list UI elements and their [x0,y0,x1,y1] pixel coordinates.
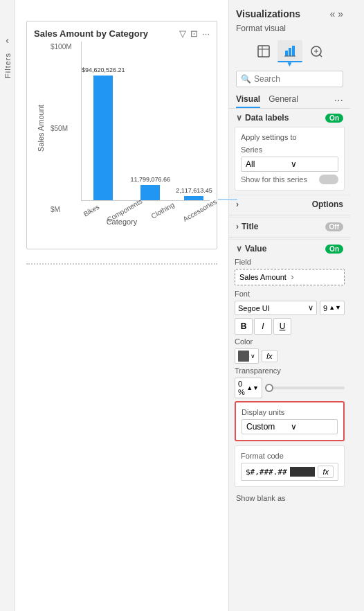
y-axis-label: Sales Amount [34,42,48,215]
x-axis-labels: Bikes Components Clothing Accessories [81,207,210,215]
table-icon-btn[interactable] [251,40,276,62]
chevron-down-icon: ▼ [286,60,293,68]
italic-button[interactable]: I [254,318,272,335]
chevron-options-icon: › [236,200,239,209]
color-swatch [238,351,249,362]
series-label: Series [241,145,338,154]
dotted-divider [26,263,217,265]
bar-rect-bikes [93,76,113,200]
display-units-value: Custom [246,422,289,432]
y-ticks: $100M $50M $M [51,42,78,215]
filter-strip: ‹ Filters [0,0,15,611]
format-btns: B I U [235,318,345,335]
bar-label-components: 11,799,076.66 [131,176,171,184]
transparency-slider[interactable] [265,387,345,389]
format-code-fx-button[interactable]: fx [318,466,334,478]
data-labels-label: Data labels [245,113,289,123]
bold-button[interactable]: B [235,318,253,335]
display-units-label: Display units [242,408,338,416]
left-panel: ‹ Filters Sales Amount by Category ▽ ⊡ ·… [0,0,228,611]
apply-settings-label: Apply settings to [241,133,338,141]
value-section-header[interactable]: ∨ Value On [229,239,350,258]
search-input[interactable] [254,74,350,84]
chart-container: Sales Amount by Category ▽ ⊡ ··· Sales A… [26,21,217,249]
divider-1 [229,215,350,215]
chevron-value-icon: ∨ [236,244,242,254]
series-value: All [246,159,289,169]
transparency-arrows: ▲▼ [246,385,259,391]
transparency-label: Transparency [235,366,345,375]
color-row: ∨ fx [235,348,345,364]
tab-more-icon[interactable]: ··· [334,94,343,108]
format-code-input-row: $#,###.## fx [241,463,338,481]
chart-title: Sales Amount by Category [34,28,148,39]
display-units-dropdown[interactable]: Custom ∨ [242,419,338,434]
svg-rect-0 [258,46,269,57]
title-section-header[interactable]: › Title Off [229,217,350,236]
expand-chart-icon[interactable]: ⊡ [190,28,198,39]
search-box: 🔍 [236,71,343,87]
color-picker[interactable]: ∨ [235,348,259,364]
collapse-panel-icon[interactable]: « [329,8,335,19]
font-size-box[interactable]: 9 ▲▼ [320,301,345,315]
slider-thumb [265,384,273,392]
format-code-label: Format code [241,452,338,460]
color-fx-button[interactable]: fx [262,350,277,362]
expand-panel-icon[interactable]: » [338,8,343,19]
font-size-value: 9 [323,304,327,312]
more-chart-icon[interactable]: ··· [202,28,210,39]
font-family-dropdown[interactable]: Segoe UI ∨ [235,301,317,315]
table-icon [257,44,271,58]
show-blank-as-label: Show blank as [229,491,350,505]
format-code-section: Format code $#,###.## fx [235,445,345,487]
filter-label: Filters [3,53,12,78]
filter-chart-icon[interactable]: ▽ [179,28,186,39]
bar-label-bikes: $94,620,526.21 [82,67,125,74]
transparency-input[interactable]: 0 % ▲▼ [235,378,262,398]
y-tick-100m: $100M [51,43,78,51]
cursor-indicator [290,467,316,477]
svg-rect-3 [285,51,288,56]
chart-icon-btn[interactable] [277,40,302,62]
bar-clothing: 2,117,613.45 [176,187,212,200]
svg-rect-4 [289,48,291,56]
underline-button[interactable]: U [273,318,291,335]
bar-rect-accessories [218,199,237,200]
analytics-icon-btn[interactable] [304,40,329,62]
bar-components: 11,799,076.66 [131,176,171,200]
field-label: Field [235,258,345,266]
font-size-arrows: ▲▼ [329,305,341,311]
series-chevron-icon: ∨ [291,159,334,169]
options-label: Options [312,200,343,209]
format-visual-label: Format visual [229,22,350,37]
tab-general[interactable]: General [269,94,298,108]
bar-label-clothing: 2,117,613.45 [176,187,212,195]
value-toggle[interactable]: On [325,245,343,254]
transparency-value: 0 % [238,380,245,396]
show-series-row: Show for this series [241,175,338,184]
collapse-icon[interactable]: ‹ [6,35,9,46]
svg-rect-5 [292,46,295,56]
right-panel: Visualizations « » Format visual [228,0,350,611]
chart-area: Sales Amount $100M $50M $M $94,620,526.2… [34,42,210,215]
title-toggle[interactable]: Off [325,222,343,231]
field-value: Sales Amount [239,273,289,281]
transparency-row: 0 % ▲▼ [235,378,345,398]
title-label: Title [242,222,258,231]
viz-icons-row: ▼ [229,37,350,67]
show-series-toggle[interactable] [319,175,338,184]
divider-2 [229,237,350,238]
font-row: Segoe UI ∨ 9 ▲▼ [235,301,345,315]
series-dropdown[interactable]: All ∨ [241,157,338,172]
tab-visual[interactable]: Visual [236,94,260,108]
data-labels-section-header[interactable]: ∨ Data labels On [229,109,350,127]
field-row[interactable]: Sales Amount › [235,269,345,285]
viz-header: Visualizations « » [229,0,350,22]
chart-icon-row: ▽ ⊡ ··· [179,28,210,39]
bar-chart-icon [283,44,297,57]
font-label: Font [235,290,345,298]
data-labels-toggle[interactable]: On [325,114,343,123]
apply-settings-subsection: Apply settings to Series All ∨ Show for … [235,127,345,191]
format-code-value[interactable]: $#,###.## [246,468,287,477]
options-section-header[interactable]: › Options [229,195,350,213]
